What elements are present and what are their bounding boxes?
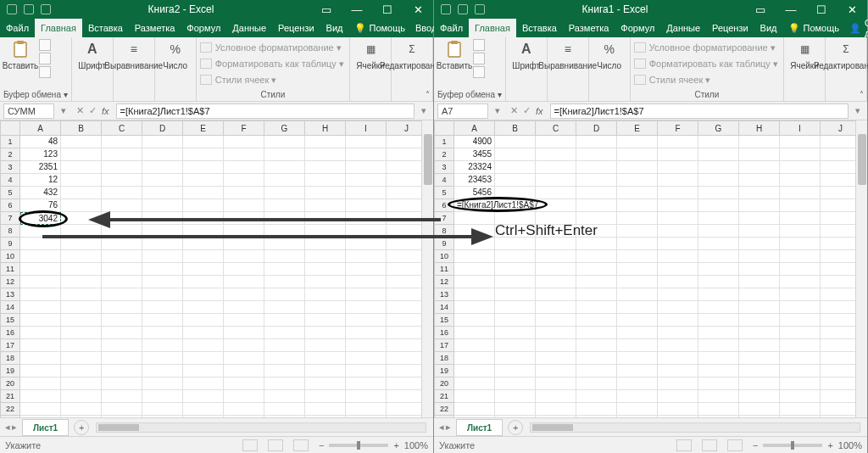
cell[interactable]	[264, 250, 305, 263]
row-header[interactable]: 2	[0, 148, 20, 161]
cell[interactable]	[495, 276, 536, 288]
cut-button[interactable]	[473, 39, 485, 51]
cell[interactable]	[102, 301, 142, 314]
cell[interactable]	[142, 199, 183, 212]
cell[interactable]	[495, 174, 536, 187]
cell[interactable]	[658, 288, 698, 301]
cell[interactable]	[264, 174, 305, 187]
cell[interactable]	[20, 365, 61, 378]
row-header[interactable]: 22	[0, 403, 20, 416]
cell[interactable]	[224, 199, 264, 212]
row-header[interactable]: 20	[434, 378, 454, 390]
cell[interactable]	[224, 174, 264, 187]
zoom-out-icon[interactable]: −	[753, 440, 758, 450]
cell[interactable]	[142, 276, 183, 288]
cell[interactable]	[576, 301, 617, 314]
view-normal-icon[interactable]	[242, 439, 258, 451]
cell[interactable]	[61, 288, 102, 301]
cell[interactable]	[61, 314, 102, 327]
cell[interactable]	[576, 148, 617, 161]
qat-save[interactable]	[441, 4, 451, 14]
cell[interactable]	[576, 187, 617, 199]
cell[interactable]	[617, 187, 658, 199]
view-page-icon[interactable]	[702, 439, 717, 451]
cell[interactable]	[576, 174, 617, 187]
cell[interactable]	[780, 276, 821, 288]
cell[interactable]	[305, 136, 346, 148]
cell[interactable]	[264, 352, 305, 365]
col-header[interactable]: E	[617, 120, 658, 136]
row-header[interactable]: 17	[434, 339, 454, 352]
cell[interactable]	[454, 327, 495, 339]
namebox-dropdown-icon[interactable]: ▾	[58, 105, 70, 116]
zoom-level[interactable]: 100%	[404, 440, 428, 450]
cell[interactable]	[576, 250, 617, 263]
cell[interactable]	[739, 212, 780, 225]
cell[interactable]	[780, 378, 821, 390]
cell[interactable]	[183, 378, 224, 390]
cell[interactable]	[305, 327, 346, 339]
row-header[interactable]: 16	[0, 327, 20, 339]
cell[interactable]	[142, 314, 183, 327]
cell[interactable]	[698, 263, 739, 276]
cell[interactable]	[658, 314, 698, 327]
cell[interactable]	[617, 276, 658, 288]
tab-nav-prev-icon[interactable]: ◂	[439, 422, 444, 433]
cell[interactable]	[224, 148, 264, 161]
cell[interactable]	[658, 250, 698, 263]
cell[interactable]	[739, 187, 780, 199]
cell[interactable]	[576, 339, 617, 352]
cell[interactable]	[305, 187, 346, 199]
col-header[interactable]: E	[183, 120, 224, 136]
cell[interactable]	[183, 327, 224, 339]
cell[interactable]: 12	[20, 174, 61, 187]
cell[interactable]	[698, 276, 739, 288]
col-header[interactable]: H	[305, 120, 346, 136]
row-header[interactable]: 18	[0, 352, 20, 365]
cell[interactable]	[536, 314, 576, 327]
cell[interactable]	[617, 301, 658, 314]
cell[interactable]	[61, 250, 102, 263]
cell[interactable]	[305, 199, 346, 212]
tab-1[interactable]: Вставка	[82, 19, 129, 37]
col-header[interactable]: D	[576, 120, 617, 136]
tab-nav-next-icon[interactable]: ▸	[12, 422, 17, 433]
cancel-formula-icon[interactable]: ✕	[76, 105, 84, 116]
cell[interactable]	[495, 288, 536, 301]
cell[interactable]	[142, 238, 183, 250]
enter-formula-icon[interactable]: ✓	[523, 105, 531, 116]
cell[interactable]	[102, 136, 142, 148]
cell[interactable]	[780, 327, 821, 339]
cell[interactable]	[658, 352, 698, 365]
cell[interactable]	[617, 148, 658, 161]
cell[interactable]	[224, 378, 264, 390]
cell[interactable]	[305, 161, 346, 174]
cell[interactable]	[61, 136, 102, 148]
cell[interactable]	[739, 199, 780, 212]
cell[interactable]	[142, 378, 183, 390]
cell[interactable]	[576, 263, 617, 276]
cell[interactable]	[780, 136, 821, 148]
enter-formula-icon[interactable]: ✓	[89, 105, 97, 116]
cell[interactable]	[264, 301, 305, 314]
cell[interactable]	[305, 238, 346, 250]
cell[interactable]	[780, 199, 821, 212]
col-header[interactable]: D	[142, 120, 183, 136]
cell[interactable]	[576, 390, 617, 403]
cell[interactable]	[658, 212, 698, 225]
cell[interactable]	[658, 390, 698, 403]
cell[interactable]	[264, 339, 305, 352]
paste-button[interactable]: Вставить	[437, 39, 471, 70]
cell[interactable]	[20, 327, 61, 339]
cell[interactable]	[617, 136, 658, 148]
cell[interactable]	[780, 148, 821, 161]
conditional-formatting[interactable]: Условное форматирование ▾	[200, 41, 342, 54]
cell[interactable]	[780, 390, 821, 403]
cell[interactable]	[142, 339, 183, 352]
cell[interactable]	[305, 174, 346, 187]
cell[interactable]	[183, 199, 224, 212]
cell[interactable]	[224, 365, 264, 378]
cell[interactable]	[142, 403, 183, 416]
cell[interactable]	[617, 390, 658, 403]
cell[interactable]	[305, 416, 346, 417]
